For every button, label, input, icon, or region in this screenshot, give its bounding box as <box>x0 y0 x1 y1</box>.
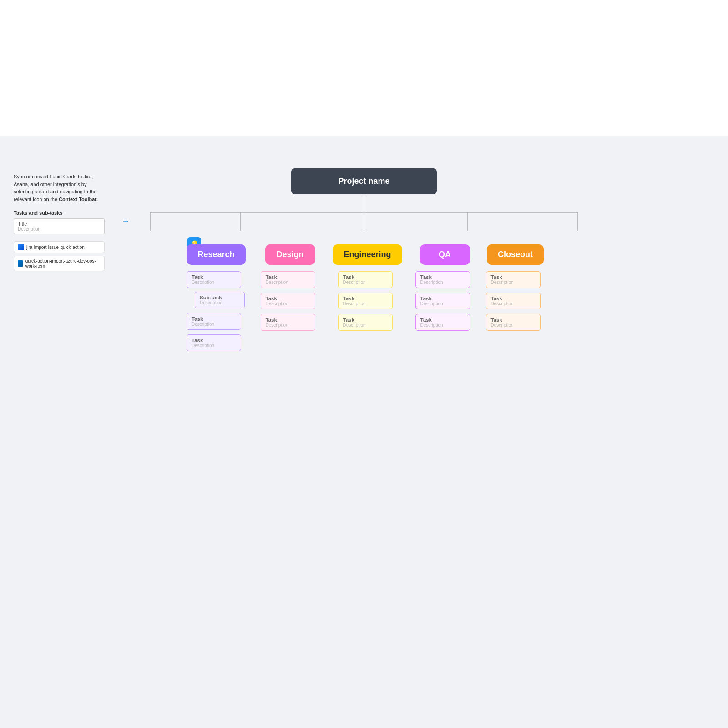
engineering-task-3: Task Description <box>338 314 393 331</box>
qa-header: QA <box>420 244 470 265</box>
engineering-task-1: Task Description <box>338 271 393 288</box>
list-item: Task Description Sub-task Description <box>187 271 246 308</box>
engineering-tasks: Task Description Task Description Task D… <box>338 271 397 331</box>
closeout-task-2: Task Description <box>486 293 541 309</box>
research-task-1: Task Description <box>187 271 241 288</box>
qa-column: QA Task Description Task Description Tas… <box>415 244 475 331</box>
design-header: Design <box>265 244 315 265</box>
qa-task-3: Task Description <box>415 314 470 331</box>
research-header: Research <box>187 244 245 265</box>
header-row: Project name <box>91 168 637 194</box>
engineering-column: Engineering Task Description Task Descri… <box>331 244 404 331</box>
design-tasks: Task Description Task Description Task D… <box>261 271 320 331</box>
closeout-tasks: Task Description Task Description Task D… <box>486 271 545 331</box>
research-task-3: Task Description <box>187 334 241 351</box>
design-task-1: Task Description <box>261 271 315 288</box>
azure-icon <box>18 260 23 267</box>
research-task-2: Task Description <box>187 313 241 330</box>
qa-tasks: Task Description Task Description Task D… <box>415 271 475 331</box>
branches-row: Research Task Description Sub-task <box>91 244 637 351</box>
tasks-subtasks-label: Tasks and sub-tasks <box>14 210 62 216</box>
closeout-column: Closeout Task Description Task Descripti… <box>486 244 545 331</box>
design-task-2: Task Description <box>261 293 315 309</box>
design-column: Design Task Description Task Description… <box>261 244 320 331</box>
jira-icon <box>18 244 24 250</box>
top-white-area <box>0 0 728 136</box>
design-task-3: Task Description <box>261 314 315 331</box>
engineering-header: Engineering <box>333 244 402 265</box>
subtask-container: Sub-task Description <box>195 292 243 308</box>
research-subtask-1: Sub-task Description <box>195 292 245 308</box>
qa-task-2: Task Description <box>415 293 470 309</box>
full-diagram: Project name Research <box>91 155 637 351</box>
research-column: Research Task Description Sub-task <box>183 244 249 351</box>
canvas-area: Sync or convert Lucid Cards to Jira, Asa… <box>0 136 728 455</box>
closeout-task-1: Task Description <box>486 271 541 288</box>
closeout-task-3: Task Description <box>486 314 541 331</box>
page-wrapper: Sync or convert Lucid Cards to Jira, Asa… <box>0 0 728 728</box>
project-name-box: Project name <box>291 168 437 194</box>
qa-task-1: Task Description <box>415 271 470 288</box>
research-tasks: Task Description Sub-task Description <box>187 271 246 351</box>
engineering-task-2: Task Description <box>338 293 393 309</box>
closeout-header: Closeout <box>487 244 544 265</box>
connectors-svg <box>114 194 614 244</box>
bottom-area <box>0 455 728 728</box>
